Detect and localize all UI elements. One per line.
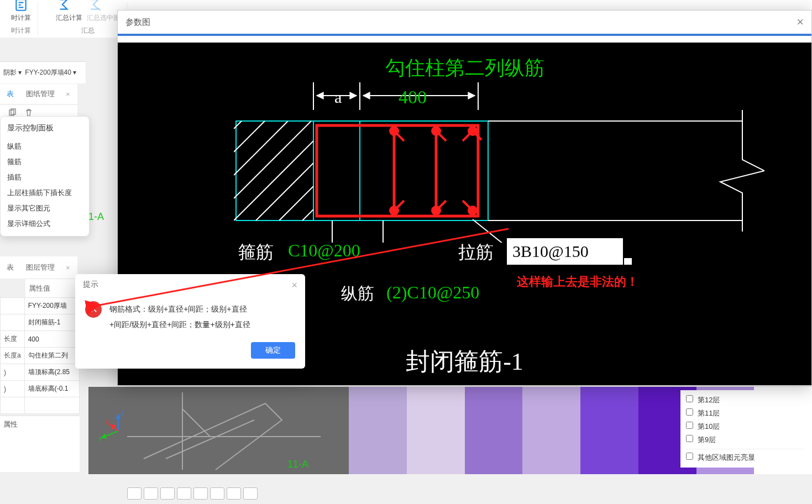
toolbar-group-calc: 时计算 时计算 (4, 2, 38, 35)
tabs-row: 表 图纸管理 × (0, 84, 77, 104)
floor-checkbox[interactable]: 第10层 (686, 420, 803, 433)
table-row: 封闭箍筋-1 (1, 314, 80, 331)
stirrup-label: 箍筋 (238, 240, 274, 265)
view-btn[interactable] (210, 487, 224, 500)
window-accent-bar (118, 34, 811, 36)
svg-line-35 (436, 131, 446, 141)
floor-checkbox[interactable]: 第9层 (686, 433, 803, 447)
longitudinal-value: (2)C10@250 (386, 282, 479, 303)
sigma-icon[interactable] (56, 0, 71, 12)
tie-bar-label: 拉筋 (458, 240, 494, 265)
panel-item[interactable]: 插筋 (7, 170, 82, 185)
view-mode-toolbar (127, 487, 258, 504)
highlight-checkbox[interactable]: 其他区域图元亮显 (686, 449, 803, 464)
toolbar-item-label: 汇总计算 (56, 13, 82, 23)
input-dropdown-icon[interactable] (624, 258, 632, 265)
svg-line-21 (234, 121, 242, 129)
svg-line-34 (394, 131, 404, 141)
section-diagram (234, 82, 764, 243)
calc-icon[interactable] (13, 0, 29, 12)
floor-checkbox[interactable]: 第11层 (686, 407, 803, 420)
wall-type-dropdown[interactable]: FYY-200厚墙40 ▾ (25, 68, 76, 77)
toolbar-group-label: 时计算 (11, 26, 31, 35)
panel-item[interactable]: 上层柱插筋下插长度 (7, 185, 82, 201)
stirrup-value: C10@200 (288, 240, 360, 261)
window-title: 参数图 (125, 17, 150, 28)
display-control-panel: 显示控制面板 纵筋 箍筋 插筋 上层柱插筋下插长度 显示其它图元 显示详细公式 (0, 116, 90, 237)
svg-line-36 (463, 131, 473, 141)
svg-line-22 (256, 163, 313, 221)
table-row: )墙顶标高(2.85 (1, 364, 80, 381)
window-titlebar[interactable]: 参数图 × (118, 11, 811, 34)
tab-layer-manage[interactable]: 图层管理 (22, 259, 59, 276)
close-icon[interactable]: × (797, 15, 804, 29)
tab-close-icon[interactable]: × (62, 90, 74, 98)
svg-line-39 (436, 201, 446, 211)
svg-line-19 (234, 121, 288, 175)
view-btn[interactable] (127, 487, 142, 500)
property-header: 属性值 (25, 279, 81, 297)
table-row: )墙底标高(-0.1 (1, 381, 80, 397)
property-table: FYY-200厚墙 封闭箍筋-1 长度400 长度a勾住柱第二列 )墙顶标高(2… (0, 297, 80, 414)
prop-value-cell[interactable]: 墙顶标高(2.85 (24, 364, 79, 381)
panel-item[interactable]: 显示其它图元 (7, 201, 82, 216)
ok-button[interactable]: 确定 (251, 342, 295, 359)
floor-checkbox[interactable]: 第12层 (686, 393, 803, 407)
blank-area (0, 433, 80, 472)
table-row (1, 397, 80, 414)
shadow-dropdown[interactable]: 阴影 ▾ (3, 68, 22, 77)
prop-value-cell[interactable]: 400 (24, 331, 79, 348)
svg-line-17 (234, 141, 313, 221)
svg-rect-25 (317, 125, 478, 216)
sigma-select-icon[interactable] (87, 0, 102, 12)
tab-close-icon[interactable]: × (62, 264, 74, 272)
toolbar-item-label: 时计算 (11, 13, 31, 23)
table-row: 长度400 (1, 331, 80, 348)
view-btn[interactable] (177, 487, 191, 500)
svg-line-20 (234, 121, 265, 152)
prop-value-cell[interactable]: 勾住柱第二列 (24, 348, 79, 364)
dimension-a-label: a (334, 88, 342, 107)
panel-item[interactable]: 纵筋 (7, 139, 82, 154)
svg-line-38 (394, 201, 404, 211)
view-btn[interactable] (193, 487, 208, 500)
prop-value-cell[interactable]: 墙底标高(-0.1 (24, 381, 79, 397)
view-btn[interactable] (243, 487, 258, 500)
toolbar-item-label: 汇总选中图 (87, 13, 120, 23)
close-icon[interactable]: × (291, 280, 297, 291)
axis-marker: 1-A (88, 211, 104, 223)
dimension-400-label: 400 (399, 87, 427, 108)
svg-line-24 (302, 209, 313, 221)
svg-line-40 (463, 201, 473, 211)
floor-visibility-panel: 第12层 第11层 第10层 第9层 其他区域图元亮显 (680, 390, 809, 468)
panel-title: 显示控制面板 (7, 123, 82, 133)
prop-value-cell[interactable] (24, 397, 79, 414)
diagram-title: 勾住柱第二列纵筋 (385, 55, 544, 82)
dialog-title: 提示 (83, 280, 98, 291)
dialog-message: 钢筋格式：级别+直径+间距；级别+直径 +间距/级别+直径+间距；数量+级别+直… (109, 301, 250, 332)
prop-value-cell[interactable]: FYY-200厚墙 (24, 298, 79, 314)
panel-item[interactable]: 显示详细公式 (7, 216, 82, 232)
view-btn[interactable] (160, 487, 175, 500)
tab-table[interactable]: 表 (2, 86, 18, 102)
view-btn[interactable] (227, 487, 241, 500)
svg-line-18 (234, 121, 311, 198)
alert-dialog: 提示 × ✕ 钢筋格式：级别+直径+间距；级别+直径 +间距/级别+直径+间距；… (75, 274, 305, 369)
error-icon: ✕ (85, 301, 102, 318)
table-row: FYY-200厚墙 (1, 298, 80, 314)
property-footer: 属性 (0, 416, 80, 433)
longitudinal-label: 纵筋 (341, 282, 374, 305)
tab-drawing-manage[interactable]: 图纸管理 (22, 86, 59, 102)
panel-item[interactable]: 箍筋 (7, 154, 82, 170)
toolbar-group-label: 汇总 (81, 26, 95, 35)
table-row: 长度a勾住柱第二列 (1, 348, 80, 364)
prop-value-cell[interactable]: 封闭箍筋-1 (24, 314, 79, 331)
tie-bar-input[interactable] (507, 238, 623, 265)
tab-table-2[interactable]: 表 (2, 259, 18, 276)
view-btn[interactable] (144, 487, 158, 500)
dropdown-bar: 阴影 ▾ FYY-200厚墙40 ▾ (0, 61, 86, 83)
svg-line-45 (473, 219, 506, 243)
diagram-bottom-title: 封闭箍筋-1 (406, 345, 523, 378)
axis-marker: 11-A (287, 459, 308, 470)
layer-tabs: 表 图层管理 × (0, 256, 77, 279)
